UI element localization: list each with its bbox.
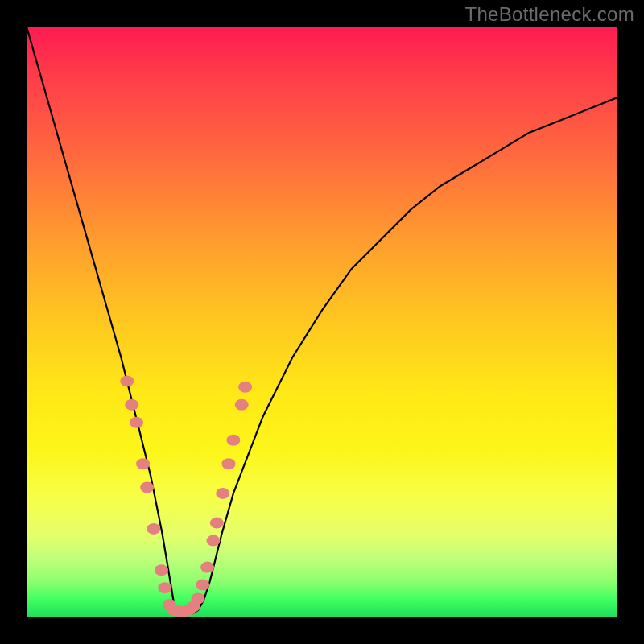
chart-frame: TheBottleneck.com (0, 0, 644, 644)
dot (206, 535, 220, 547)
dot (120, 375, 134, 386)
dot (200, 562, 214, 573)
plot-area (27, 27, 617, 617)
bottleneck-svg (27, 27, 617, 617)
dot (216, 488, 229, 499)
dot (238, 382, 252, 393)
dot (226, 435, 240, 446)
dot (125, 399, 138, 411)
watermark-text: TheBottleneck.com (464, 3, 634, 26)
dot (210, 518, 224, 529)
dot (235, 399, 249, 411)
dot (155, 564, 168, 576)
dot (136, 458, 150, 469)
dot (140, 482, 154, 493)
bottleneck-curve (27, 27, 617, 615)
dot (222, 458, 236, 469)
dot (191, 593, 204, 605)
dot (158, 582, 171, 593)
dot (130, 417, 143, 428)
dot (147, 523, 160, 535)
dot (196, 580, 209, 591)
